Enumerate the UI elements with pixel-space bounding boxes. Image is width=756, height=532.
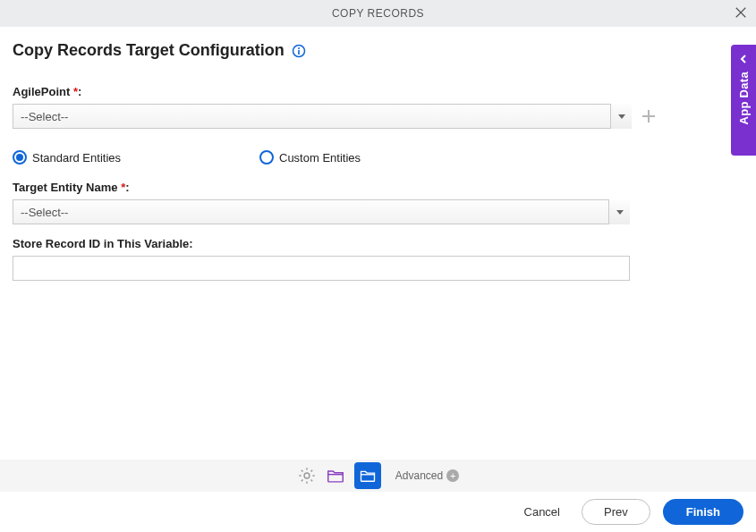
content-area: Copy Records Target Configuration AgileP… xyxy=(0,27,756,281)
target-entity-label-text: Target Entity Name xyxy=(13,181,118,194)
store-record-input[interactable] xyxy=(13,256,630,281)
agilepoint-label: AgilePoint *: xyxy=(13,85,740,98)
finish-button[interactable]: Finish xyxy=(663,499,743,525)
folder-active-icon[interactable] xyxy=(354,462,381,489)
store-record-field: Store Record ID in This Variable: xyxy=(13,237,740,281)
agilepoint-label-text: AgilePoint xyxy=(13,85,70,98)
radio-custom-label: Custom Entities xyxy=(279,151,361,165)
radio-indicator xyxy=(259,150,274,165)
page-title-row: Copy Records Target Configuration xyxy=(13,41,740,60)
cancel-button[interactable]: Cancel xyxy=(515,500,569,524)
required-marker: * xyxy=(73,85,78,98)
svg-point-3 xyxy=(298,47,300,49)
target-entity-field: Target Entity Name *: --Select-- xyxy=(13,181,740,224)
svg-point-9 xyxy=(304,473,310,478)
gear-icon[interactable] xyxy=(297,466,317,486)
agilepoint-field: AgilePoint *: --Select-- xyxy=(13,85,740,129)
agilepoint-select-row: --Select-- xyxy=(13,104,740,129)
svg-rect-4 xyxy=(298,50,300,55)
close-icon[interactable] xyxy=(735,5,747,21)
radio-standard-label: Standard Entities xyxy=(32,151,121,165)
radio-custom-entities[interactable]: Custom Entities xyxy=(259,150,361,165)
add-icon[interactable] xyxy=(641,108,657,124)
chevron-down-icon xyxy=(610,104,632,129)
store-record-label: Store Record ID in This Variable: xyxy=(13,237,740,250)
side-tab-label: App Data xyxy=(737,72,751,124)
radio-indicator xyxy=(13,150,27,165)
modal-header: COPY RECORDS xyxy=(0,0,756,27)
bottom-toolbar: Advanced + xyxy=(0,460,756,492)
target-entity-select[interactable]: --Select-- xyxy=(13,199,630,224)
radio-standard-entities[interactable]: Standard Entities xyxy=(13,150,259,165)
agilepoint-select[interactable]: --Select-- xyxy=(13,104,632,129)
prev-button[interactable]: Prev xyxy=(582,499,650,525)
entity-type-radio-group: Standard Entities Custom Entities xyxy=(13,150,740,165)
app-data-side-tab[interactable]: App Data xyxy=(731,45,756,156)
chevron-down-icon xyxy=(608,199,630,224)
target-entity-label: Target Entity Name *: xyxy=(13,181,740,194)
target-entity-select-row: --Select-- xyxy=(13,199,740,224)
agilepoint-select-value: --Select-- xyxy=(13,104,632,129)
advanced-label-text: Advanced xyxy=(395,469,443,482)
required-marker: * xyxy=(121,181,125,194)
info-icon[interactable] xyxy=(292,44,306,58)
page-title: Copy Records Target Configuration xyxy=(13,41,285,60)
svg-marker-5 xyxy=(618,114,625,119)
svg-marker-8 xyxy=(616,210,624,215)
chevron-left-icon xyxy=(739,52,748,66)
advanced-toggle[interactable]: Advanced + xyxy=(395,469,459,482)
target-entity-select-value: --Select-- xyxy=(13,199,630,224)
modal-title: COPY RECORDS xyxy=(332,7,424,20)
footer: Cancel Prev Finish xyxy=(0,492,756,532)
plus-circle-icon: + xyxy=(446,469,459,482)
folder-purple-icon[interactable] xyxy=(326,466,345,486)
